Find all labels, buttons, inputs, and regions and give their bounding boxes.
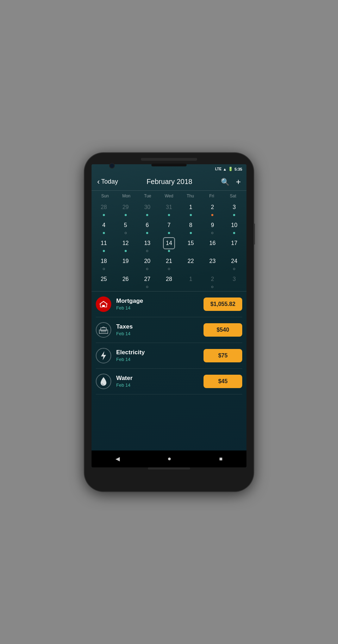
calendar-day-3[interactable]: 3 (223, 272, 245, 289)
day-dot-container (146, 268, 148, 270)
calendar-day-24[interactable]: 24 (223, 254, 245, 271)
bill-item-water[interactable]: Water Feb 14 $45 (96, 369, 242, 394)
day-number: 10 (228, 219, 240, 231)
bill-info-electricity: Electricity Feb 14 (116, 349, 204, 362)
calendar: Sun Mon Tue Wed Thu Fri Sat 282930311234… (92, 191, 246, 289)
event-dot-filled (103, 250, 105, 252)
event-dot-outline (103, 268, 105, 270)
phone-frame: LTE ▲ 🔋 5:35 ‹ Today February 2018 🔍 + S… (84, 153, 254, 491)
calendar-day-30[interactable]: 30 (136, 200, 158, 217)
event-dot-filled (168, 250, 170, 252)
weekday-tue: Tue (137, 194, 158, 198)
day-number: 22 (185, 255, 197, 267)
day-number: 26 (120, 273, 132, 285)
day-number: 21 (163, 255, 175, 267)
calendar-day-2[interactable]: 2 (202, 200, 224, 217)
calendar-day-21[interactable]: 21 (158, 254, 180, 271)
calendar-day-29[interactable]: 29 (115, 200, 137, 217)
bill-info-water: Water Feb 14 (116, 375, 204, 388)
day-number: 13 (141, 237, 153, 249)
bill-date-electricity: Feb 14 (116, 357, 204, 362)
day-number: 5 (120, 219, 132, 231)
event-dot-outline (168, 268, 170, 270)
bill-date-taxes: Feb 14 (116, 331, 204, 336)
calendar-day-26[interactable]: 26 (115, 272, 137, 289)
bill-item-electricity[interactable]: Electricity Feb 14 $75 (96, 343, 242, 369)
nav-recent-button[interactable]: ■ (219, 456, 223, 462)
bill-name-water: Water (116, 375, 204, 382)
calendar-day-27[interactable]: 27 (136, 272, 158, 289)
bill-item-mortgage[interactable]: Mortgage Feb 14 $1,055.82 (96, 292, 242, 317)
bill-amount-water[interactable]: $45 (204, 375, 242, 388)
today-label[interactable]: Today (101, 178, 118, 185)
day-number: 9 (206, 219, 218, 231)
event-dot-outline (233, 268, 235, 270)
day-dot-container (190, 232, 192, 234)
calendar-day-16[interactable]: 16 (202, 236, 224, 253)
event-dot-filled (103, 214, 105, 216)
bill-date-mortgage: Feb 14 (116, 305, 204, 311)
calendar-day-20[interactable]: 20 (136, 254, 158, 271)
search-button[interactable]: 🔍 (221, 178, 230, 186)
day-number: 30 (141, 201, 153, 213)
calendar-day-28[interactable]: 28 (158, 272, 180, 289)
calendar-day-17[interactable]: 17 (223, 236, 245, 253)
calendar-day-1[interactable]: 1 (180, 200, 202, 217)
calendar-day-10[interactable]: 10 (223, 218, 245, 235)
calendar-day-22[interactable]: 22 (180, 254, 202, 271)
calendar-day-31[interactable]: 31 (158, 200, 180, 217)
bill-info-taxes: Taxes Feb 14 (116, 323, 204, 336)
calendar-day-7[interactable]: 7 (158, 218, 180, 235)
day-number: 31 (163, 201, 175, 213)
camera (109, 163, 115, 168)
calendar-day-6[interactable]: 6 (136, 218, 158, 235)
calendar-day-8[interactable]: 8 (180, 218, 202, 235)
calendar-day-13[interactable]: 13 (136, 236, 158, 253)
calendar-day-28[interactable]: 28 (93, 200, 115, 217)
nav-back-button[interactable]: ◀ (115, 455, 120, 462)
day-dot-container (103, 214, 105, 216)
day-dot-container (168, 250, 170, 252)
calendar-day-3[interactable]: 3 (223, 200, 245, 217)
month-title: February 2018 (118, 178, 221, 186)
calendar-day-19[interactable]: 19 (115, 254, 137, 271)
calendar-day-18[interactable]: 18 (93, 254, 115, 271)
day-dot-container (146, 214, 148, 216)
back-button[interactable]: ‹ Today (97, 177, 118, 186)
calendar-day-5[interactable]: 5 (115, 218, 137, 235)
calendar-day-4[interactable]: 4 (93, 218, 115, 235)
day-dot-container (168, 214, 170, 216)
day-number: 3 (228, 201, 240, 213)
calendar-day-9[interactable]: 9 (202, 218, 224, 235)
calendar-day-25[interactable]: 25 (93, 272, 115, 289)
day-number: 12 (120, 237, 132, 249)
day-dot-container (211, 286, 213, 288)
signal-bars-icon: ▲ (223, 167, 227, 171)
status-icons: LTE ▲ 🔋 5:35 (215, 167, 242, 171)
calendar-day-11[interactable]: 11 (93, 236, 115, 253)
calendar-day-2[interactable]: 2 (202, 272, 224, 289)
day-dot-container (233, 232, 235, 234)
bill-item-taxes[interactable]: Taxes Feb 14 $540 (96, 317, 242, 343)
calendar-day-15[interactable]: 15 (180, 236, 202, 253)
calendar-day-1[interactable]: 1 (180, 272, 202, 289)
day-dot-container (125, 214, 127, 216)
event-dot-outline (211, 232, 213, 234)
event-dot-orange (211, 214, 213, 216)
day-number: 2 (206, 273, 218, 285)
add-button[interactable]: + (236, 177, 241, 187)
day-number: 27 (141, 273, 153, 285)
calendar-day-23[interactable]: 23 (202, 254, 224, 271)
calendar-day-14[interactable]: 14 (158, 236, 180, 253)
svg-rect-2 (101, 328, 106, 331)
event-dot-filled (168, 232, 170, 234)
day-dot-container (103, 250, 105, 252)
bill-amount-electricity[interactable]: $75 (204, 349, 242, 362)
calendar-day-12[interactable]: 12 (115, 236, 137, 253)
bill-amount-mortgage[interactable]: $1,055.82 (204, 298, 242, 311)
day-number: 28 (98, 201, 110, 213)
nav-home-button[interactable]: ● (168, 455, 171, 462)
bill-amount-taxes[interactable]: $540 (204, 323, 242, 337)
weekday-mon: Mon (116, 194, 137, 198)
event-dot-outline (146, 250, 148, 252)
